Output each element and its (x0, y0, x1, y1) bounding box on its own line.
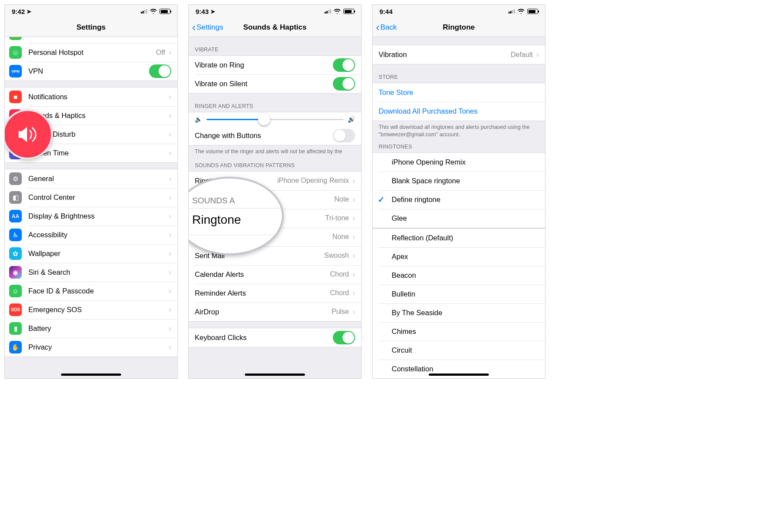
ringer-group: 🔈 🔊 Change with Buttons (189, 112, 361, 145)
wifi-icon (518, 8, 525, 15)
store-group: Tone Store Download All Purchased Tones (373, 83, 545, 121)
ringtone-item-selected[interactable]: ✓Define ringtone (373, 190, 545, 209)
signal-icon (508, 9, 515, 13)
cell-vibrate-on-silent[interactable]: Vibrate on Silent (189, 74, 361, 93)
volume-slider[interactable] (207, 119, 343, 120)
cell-emergency-sos[interactable]: SOSEmergency SOS› (5, 300, 177, 319)
cell-calendar-alerts[interactable]: Calendar AlertsChord› (189, 265, 361, 284)
chevron-right-icon: › (169, 230, 171, 239)
cell-battery[interactable]: ▮Battery› (5, 319, 177, 338)
vpn-toggle[interactable] (149, 64, 171, 78)
chevron-right-icon: › (169, 212, 171, 221)
vibrate-group: Vibrate on Ring Vibrate on Silent (189, 55, 361, 94)
wifi-icon (334, 8, 341, 15)
nav-bar: Settings (5, 18, 177, 37)
home-indicator[interactable] (61, 374, 121, 376)
chevron-right-icon: › (169, 174, 171, 183)
ringtone-content[interactable]: VibrationDefault› STORE Tone Store Downl… (373, 37, 545, 378)
cell-tone-store[interactable]: Tone Store (373, 83, 545, 102)
notifications-icon: ■ (9, 91, 22, 103)
ringtone-item[interactable]: Reflection (Default) (373, 229, 545, 247)
ringtone-item[interactable]: Apex (373, 247, 545, 266)
ringtone-item[interactable]: Blank Space ringtone (373, 172, 545, 190)
store-header: STORE (373, 64, 545, 83)
cell-display-brightness[interactable]: AADisplay & Brightness› (5, 207, 177, 226)
phone-ringtone: 9:44 ‹Back Ringtone VibrationDefault› ST… (372, 4, 545, 379)
ringtone-item[interactable]: Bulletin (373, 285, 545, 303)
home-indicator[interactable] (429, 374, 489, 376)
cell-download-purchased[interactable]: Download All Purchased Tones (373, 102, 545, 121)
change-buttons-toggle[interactable] (333, 129, 355, 142)
chevron-right-icon: › (169, 249, 171, 258)
back-button[interactable]: ‹Back (376, 23, 397, 32)
ringtone-item[interactable]: Circuit (373, 341, 545, 360)
cell-change-with-buttons[interactable]: Change with Buttons (189, 126, 361, 145)
back-button[interactable]: ‹Settings (192, 23, 223, 32)
location-icon: ➤ (210, 8, 215, 15)
home-indicator[interactable] (245, 374, 305, 376)
nav-title: Ringtone (443, 23, 475, 32)
cell-airdrop[interactable]: AirDropPulse› (189, 303, 361, 321)
cell-control-center[interactable]: ◧Control Center› (5, 188, 177, 207)
sos-icon: SOS (9, 303, 22, 316)
ringtone-item[interactable]: Beacon (373, 266, 545, 285)
cell-notifications[interactable]: ■ Notifications › (5, 88, 177, 106)
wallpaper-icon: ✿ (9, 247, 22, 260)
wifi-icon (150, 8, 157, 15)
vibrate-silent-toggle[interactable] (333, 77, 355, 91)
ringtones-builtin-group: Reflection (Default) Apex Beacon Bulleti… (373, 229, 545, 378)
cell-general[interactable]: ⚙︎General› (5, 169, 177, 188)
status-time: 9:43 (196, 8, 209, 15)
chevron-right-icon: › (352, 307, 355, 317)
chevron-right-icon: › (169, 268, 171, 277)
cell-keyboard-clicks[interactable]: Keyboard Clicks (189, 328, 361, 347)
chevron-right-icon: › (169, 37, 171, 38)
ringtone-item[interactable]: iPhone Opening Remix (373, 153, 545, 172)
signal-icon (325, 9, 331, 13)
keyboard-group: Keyboard Clicks (189, 328, 361, 347)
signal-icon (141, 9, 147, 13)
chevron-right-icon: › (352, 289, 355, 298)
magnifier-ringtone-label: Ringtone (188, 213, 282, 227)
chevron-right-icon: › (352, 214, 355, 223)
volume-high-icon: 🔊 (348, 116, 355, 123)
status-icons (141, 8, 170, 15)
cell-vpn[interactable]: VPN VPN (5, 62, 177, 81)
battery-icon (159, 9, 170, 14)
location-icon: ➤ (27, 8, 31, 15)
status-bar: 9:43➤ (189, 5, 361, 18)
cell-siri-search[interactable]: ◉Siri & Search› (5, 263, 177, 282)
status-bar: 9:44 (373, 5, 545, 18)
ringtone-item[interactable]: Chimes (373, 322, 545, 341)
nav-title: Settings (76, 23, 105, 32)
cell-reminder-alerts[interactable]: Reminder AlertsChord› (189, 284, 361, 303)
cell-privacy[interactable]: ✋Privacy› (5, 338, 177, 357)
slider-thumb[interactable] (258, 113, 270, 125)
cell-vibration[interactable]: VibrationDefault› (373, 45, 545, 64)
keyboard-clicks-toggle[interactable] (333, 331, 355, 344)
settings-content[interactable]: 📶 Cellular › ⦾ Personal Hotspot Off › VP… (5, 37, 177, 378)
accessibility-icon: ♿︎ (9, 229, 22, 241)
siri-icon: ◉ (9, 266, 22, 279)
cell-wallpaper[interactable]: ✿Wallpaper› (5, 244, 177, 263)
settings-group-connectivity: 📶 Cellular › ⦾ Personal Hotspot Off › VP… (5, 37, 177, 81)
chevron-right-icon: › (352, 232, 355, 242)
status-bar: 9:42➤ (5, 5, 177, 18)
store-footer: This will download all ringtones and ale… (373, 121, 545, 142)
chevron-right-icon: › (169, 111, 171, 120)
chevron-right-icon: › (169, 130, 171, 139)
chevron-right-icon: › (169, 148, 171, 158)
vibrate-ring-toggle[interactable] (333, 58, 355, 72)
magnifier-sounds-icon (4, 109, 53, 159)
chevron-right-icon: › (169, 343, 171, 352)
cell-faceid-passcode[interactable]: ☺︎Face ID & Passcode› (5, 282, 177, 300)
privacy-icon: ✋ (9, 341, 22, 354)
ringtone-item[interactable]: Glee (373, 209, 545, 228)
battery-row-icon: ▮ (9, 322, 22, 335)
chevron-right-icon: › (352, 176, 355, 185)
cell-cellular[interactable]: 📶 Cellular › (5, 37, 177, 43)
ringtone-item[interactable]: By The Seaside (373, 303, 545, 322)
cell-personal-hotspot[interactable]: ⦾ Personal Hotspot Off › (5, 43, 177, 62)
cell-accessibility[interactable]: ♿︎Accessibility› (5, 226, 177, 244)
cell-vibrate-on-ring[interactable]: Vibrate on Ring (189, 56, 361, 74)
